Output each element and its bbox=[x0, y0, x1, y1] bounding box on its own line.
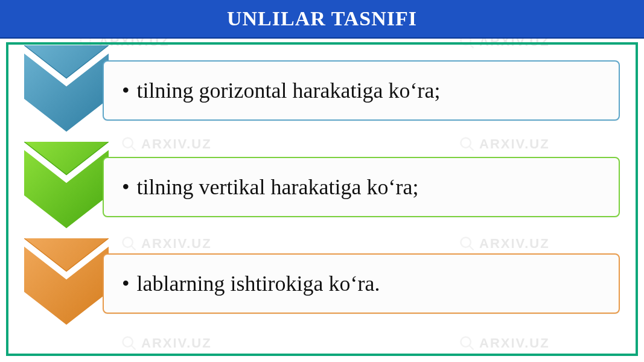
bullet-icon: • bbox=[122, 271, 130, 296]
bullet-icon: • bbox=[122, 78, 130, 103]
item-text: tilning vertikal harakatiga ko‘ra; bbox=[137, 174, 419, 200]
list-item: • lablarning ishtirokiga ko‘ra. bbox=[24, 247, 620, 320]
item-card: • lablarning ishtirokiga ko‘ra. bbox=[103, 253, 620, 314]
item-text: lablarning ishtirokiga ko‘ra. bbox=[137, 271, 380, 296]
chevron-down-icon bbox=[24, 238, 109, 329]
header-bar: UNLILAR TASNIFI bbox=[0, 0, 644, 39]
item-list: • tilning gorizontal harakatiga ko‘ra; •… bbox=[24, 54, 620, 320]
chevron-down-icon bbox=[24, 45, 109, 136]
item-card: • tilning vertikal harakatiga ko‘ra; bbox=[103, 157, 620, 217]
chevron-down-icon bbox=[24, 142, 109, 232]
list-item: • tilning gorizontal harakatiga ko‘ra; bbox=[24, 54, 620, 127]
page-title: UNLILAR TASNIFI bbox=[227, 7, 417, 30]
item-card: • tilning gorizontal harakatiga ko‘ra; bbox=[103, 60, 620, 121]
bullet-icon: • bbox=[122, 174, 130, 200]
item-text: tilning gorizontal harakatiga ko‘ra; bbox=[137, 78, 441, 103]
list-item: • tilning vertikal harakatiga ko‘ra; bbox=[24, 151, 620, 223]
